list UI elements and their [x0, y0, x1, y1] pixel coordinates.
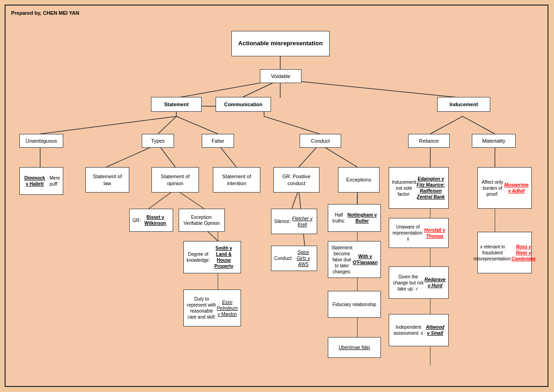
- stmt-intention-box: Statement of intention: [213, 167, 260, 193]
- independent-box: Independent assessment: x Attwood v Smal…: [389, 314, 449, 346]
- verifiable-box: Exception: Verifiable Opinion: [179, 209, 225, 232]
- inducement-box: Inducement: [437, 97, 490, 112]
- reliance-box: Reliance: [408, 134, 450, 148]
- fiduciary-box: Fiduciary relationship: [328, 291, 381, 318]
- unaware-box: Unaware of representation: x Horsfall v …: [389, 218, 449, 248]
- inducement-sole-box: Inducement not sole factor: Edaington v …: [389, 167, 449, 209]
- given-change-box: Given the change but not take up: ✓ Redg…: [389, 266, 449, 299]
- svg-line-3: [280, 79, 463, 98]
- x-relevant-box: x relevant in fraudulent misrepresentati…: [477, 232, 532, 273]
- silence-box: Silence: Fletcher v Krell: [271, 209, 317, 234]
- connector-lines: [6, 6, 548, 386]
- unambiguous-box: Unambiguous: [19, 134, 63, 148]
- statement-box: Statement: [151, 97, 202, 112]
- stmt-false-later-box: Statement become false due to later chan…: [328, 241, 381, 278]
- conduct-spice-box: Conduct: Spice Girls v AWS: [271, 246, 317, 271]
- duty-represent-box: Duty to represent with reasonable care a…: [183, 289, 241, 326]
- svg-line-9: [158, 116, 176, 134]
- stmt-opinion-box: Statement of opinion: [151, 167, 199, 193]
- conduct-box: Conduct: [300, 134, 341, 148]
- diagram-container: Prepared by, CHEN MEI YAN: [5, 5, 548, 387]
- exceptions-box: Exceptions: [338, 167, 379, 193]
- communication-box: Communication: [216, 97, 271, 112]
- actionable-misrepresentation-box: Actionable misrepresentation: [231, 31, 330, 56]
- degree-knowledge-box: Degree of knowledge: Smith v Land & Hous…: [183, 241, 241, 273]
- prepared-by-label: Prepared by, CHEN MEI YAN: [11, 10, 79, 16]
- gr-positive-box: GR: Positive conduct: [273, 167, 319, 193]
- half-truths-box: Half truths: Nottingham v Butler: [328, 204, 381, 232]
- bisset-box: GR: Bisset v Wilkinson: [129, 209, 173, 232]
- stmt-law-box: Statement of law: [85, 167, 129, 193]
- uberrimae-box: Uberrimae fidei: [328, 337, 381, 358]
- affect-burden-box: Affect only burden of proof: Museprime v…: [477, 167, 532, 209]
- svg-line-13: [463, 116, 495, 134]
- materiality-box: Materiality: [472, 134, 516, 148]
- svg-line-12: [430, 116, 463, 134]
- svg-line-8: [40, 116, 176, 134]
- false-box: False: [202, 134, 234, 148]
- dimmock-box: Dimmock v Hallett: Mere puff: [19, 167, 63, 195]
- voidable-box: Voidable: [260, 69, 301, 83]
- types-box: Types: [142, 134, 174, 148]
- svg-line-10: [176, 116, 218, 134]
- svg-line-11: [264, 116, 319, 134]
